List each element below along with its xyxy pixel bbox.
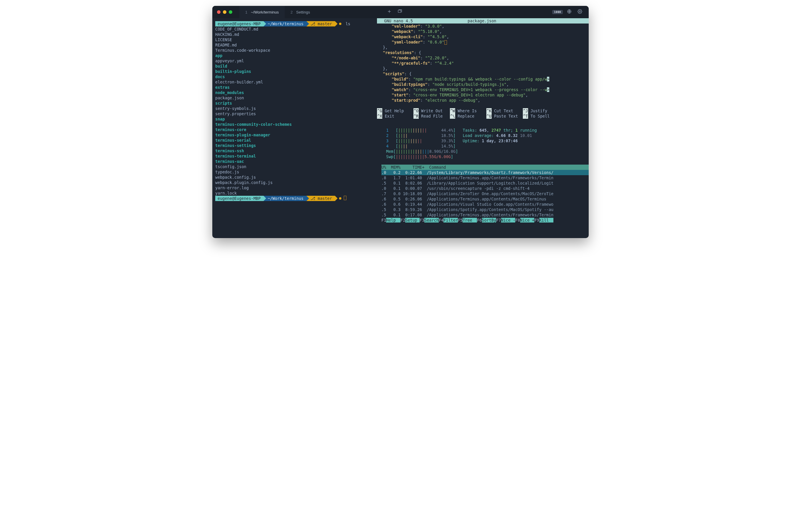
nano-hotkey[interactable]: ^\ <box>450 113 455 119</box>
tab-number: 1 <box>245 10 247 14</box>
nano-line: "webpack-cli": "^4.5.0", <box>377 34 589 39</box>
htop-process-list: .0 0.2 0:22.66 /System/Library/Framework… <box>381 170 589 217</box>
cpu-meter: 4 [|||| 14.5%] <box>381 144 589 149</box>
cpu-meter: 1 [|||||||||||| 44.4%] Tasks: 645, 2747 … <box>381 128 589 133</box>
nano-line: "scripts": { <box>377 71 589 76</box>
htop-fn-key[interactable]: F5 <box>458 218 463 223</box>
nano-line: "webpack": "^5.18.0", <box>377 29 589 34</box>
nano-content: "val-loader": "3.0.0","webpack": "^5.18.… <box>377 23 589 103</box>
process-row[interactable]: .5 0.1 0:17.08 /Applications/Terminus.ap… <box>381 212 589 217</box>
nano-editor-pane[interactable]: GNU nano 4.5 package.json "val-loader": … <box>377 18 589 119</box>
new-tab-button[interactable] <box>385 7 393 17</box>
tab-settings[interactable]: 2 Settings <box>285 6 316 18</box>
process-row[interactable]: .5 0.3 8:59.26 /Applications/Spotify.app… <box>381 207 589 212</box>
file-entry: terminus-core <box>215 127 377 132</box>
htop-fn-key[interactable]: F4 <box>439 218 443 223</box>
prompt: eugene@Eugenes-MBP ~/Work/terminus ⎇ mas… <box>215 21 377 26</box>
tab-terminal[interactable]: 1 ~/Work/terminus <box>239 6 285 18</box>
htop-header: U% MEM% TIME+ Command <box>381 165 589 170</box>
ls-output: CODE_OF_CONDUCT.mdHACKING.mdLICENSEREADM… <box>215 26 377 196</box>
htop-fn-key[interactable]: F6 <box>477 218 482 223</box>
prompt-path: ~/Work/terminus <box>263 196 306 201</box>
file-entry: typedoc.js <box>215 169 377 175</box>
nano-hotkey[interactable]: ^R <box>413 113 419 119</box>
file-entry: package.json <box>215 95 377 100</box>
nano-hotkey[interactable]: ^J <box>523 108 528 113</box>
process-row[interactable]: .8 1.7 1:01.40 /Applications/Terminus.ap… <box>381 175 589 180</box>
htop-fn-key[interactable]: F3 <box>420 218 424 223</box>
app-window: 1 ~/Work/terminus 2 Settings 1000 eugene… <box>212 6 589 238</box>
nano-line: "**/graceful-fs": "^4.2.4" <box>377 60 589 66</box>
zoom-badge: 1000 <box>552 10 563 14</box>
htop-fn-key[interactable]: F7 <box>496 218 501 223</box>
process-row[interactable]: .6 0.6 0:19.44 /Applications/Visual Stud… <box>381 202 589 207</box>
nano-titlebar: GNU nano 4.5 package.json <box>377 18 589 23</box>
file-entry: HACKING.md <box>215 32 377 37</box>
file-entry: docs <box>215 74 377 79</box>
file-entry: electron-builder.yml <box>215 79 377 84</box>
prompt-dirty-icon <box>339 197 341 200</box>
nano-hotkey[interactable]: ^W <box>450 108 455 113</box>
tab-title: Settings <box>296 10 310 14</box>
file-entry: webpack.plugin.config.js <box>215 180 377 185</box>
nano-version: GNU nano 4.5 <box>379 18 413 23</box>
split-pane-button[interactable] <box>396 7 404 17</box>
nano-line: "watch": "cross-env TERMINUS_DEV=1 webpa… <box>377 87 589 92</box>
htop-fn-key[interactable]: F2 <box>400 218 405 223</box>
process-row[interactable]: .7 0.0 10:18.09 /Applications/ZeroTier O… <box>381 191 589 196</box>
nano-hotkey[interactable]: ^G <box>377 108 382 113</box>
htop-fn-key[interactable]: F9 <box>534 218 539 223</box>
file-entry: terminus-settings <box>215 143 377 148</box>
nano-line: }, <box>377 45 589 50</box>
file-entry: app <box>215 53 377 58</box>
htop-fn-key[interactable]: F1 <box>381 218 386 223</box>
file-entry: CODE_OF_CONDUCT.md <box>215 26 377 32</box>
minimize-window-button[interactable] <box>223 10 226 14</box>
file-entry: terminus-uac <box>215 159 377 164</box>
file-entry: scripts <box>215 100 377 106</box>
process-row[interactable]: .5 0.1 8:02.06 /Library/Application Supp… <box>381 180 589 186</box>
titlebar: 1 ~/Work/terminus 2 Settings 1000 <box>212 6 589 18</box>
nano-filename: package.json <box>413 18 551 23</box>
prompt-branch: ⎇ master <box>306 196 335 201</box>
file-entry: README.md <box>215 42 377 48</box>
tab-bar: 1 ~/Work/terminus 2 Settings <box>239 6 383 18</box>
file-entry: tsconfig.json <box>215 164 377 169</box>
file-entry: builtin-plugins <box>215 69 377 74</box>
svg-rect-0 <box>398 10 401 12</box>
plus-icon <box>387 9 392 14</box>
maximize-window-button[interactable] <box>229 10 232 14</box>
nano-line: "build:typings": "node scripts/build-typ… <box>377 82 589 87</box>
file-entry: sentry-symbols.js <box>215 106 377 111</box>
htop-pane[interactable]: 1 [|||||||||||| 44.4%] Tasks: 645, 2747 … <box>377 128 589 223</box>
settings-button[interactable] <box>576 7 584 17</box>
close-window-button[interactable] <box>217 10 221 14</box>
terminal-pane-left[interactable]: eugene@Eugenes-MBP ~/Work/terminus ⎇ mas… <box>212 18 377 238</box>
windows-icon <box>397 9 402 14</box>
file-entry: webpack.config.js <box>215 175 377 180</box>
nano-hotkey[interactable]: ^K <box>486 108 492 113</box>
file-entry: sentry.properties <box>215 111 377 116</box>
prompt-user: eugene@Eugenes-MBP <box>215 196 263 201</box>
nano-hotkey-bar: ^G Get Help ^O Write Out ^W Where Is ^K … <box>377 108 589 119</box>
memory-meter: Mem[||||||||||||||8.90G/16.0G] <box>381 149 589 154</box>
traffic-lights <box>217 10 232 14</box>
nano-line: "val-loader": "3.0.0", <box>377 23 589 29</box>
ssh-button[interactable] <box>565 7 573 17</box>
nano-hotkey-row: ^X Exit ^R Read File ^\ Replace ^U Paste… <box>377 113 589 119</box>
htop-fn-key[interactable]: F8 <box>515 218 520 223</box>
process-row[interactable]: .6 0.5 0:26.06 /Applications/Terminus.ap… <box>381 196 589 202</box>
nano-hotkey[interactable]: ^X <box>377 113 382 119</box>
process-row[interactable]: .0 0.2 0:22.66 /System/Library/Framework… <box>381 170 589 175</box>
process-row[interactable]: .0 0.1 0:00.07 /usr/sbin/screencapture -… <box>381 186 589 191</box>
nano-hotkey[interactable]: ^T <box>523 113 528 119</box>
file-entry: terminus-ssh <box>215 148 377 153</box>
nano-line: "*/node-abi": "^2.20.0", <box>377 55 589 60</box>
file-entry: terminus-terminal <box>215 153 377 159</box>
cpu-meter: 3 [|||||||||| 39.3%] Uptime: 1 day, 23:0… <box>381 138 589 144</box>
nano-hotkey[interactable]: ^O <box>413 108 419 113</box>
file-entry: yarn-error.log <box>215 185 377 190</box>
file-entry: Terminus.code-workspace <box>215 48 377 53</box>
htop-function-bar: F1Help F2Setup F3SearchF4FilterF5Tree F6… <box>381 217 589 223</box>
nano-hotkey[interactable]: ^U <box>486 113 492 119</box>
